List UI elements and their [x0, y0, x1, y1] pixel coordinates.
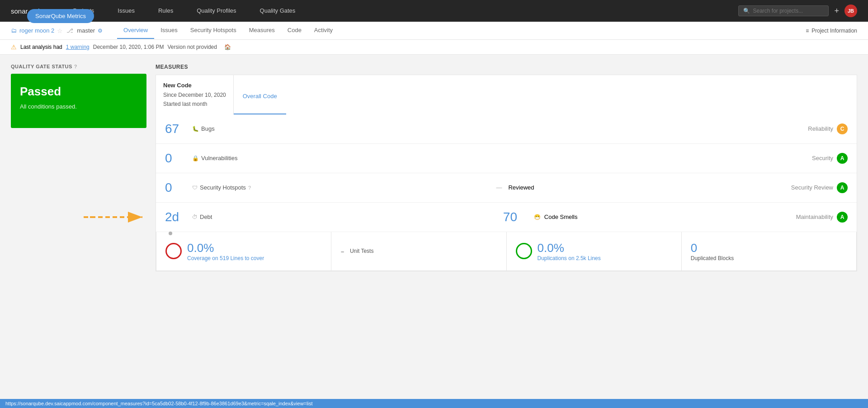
coverage-cell: 0.0% Coverage on 519 Lines to cover: [156, 232, 331, 270]
debt-label-text: Debt: [200, 213, 212, 220]
duplications-circle: [516, 243, 532, 259]
project-info-label: Project Information: [811, 28, 857, 34]
list-icon: ≡: [806, 28, 809, 34]
tab-security-hotspots[interactable]: Security Hotspots: [184, 22, 243, 39]
sonarqube-metrics-button[interactable]: SonarQube Metrics: [27, 9, 94, 23]
reviewed-label: Reviewed: [508, 184, 534, 191]
vulnerabilities-icon: 🔒: [192, 155, 199, 161]
project-name[interactable]: roger moon 2: [19, 27, 54, 34]
maintainability-grade: A: [837, 212, 848, 223]
project-icon: 🗂: [11, 27, 17, 34]
quality-gate-label: QUALITY GATE STATUS: [11, 64, 72, 69]
passed-box: Passed All conditions passed.: [11, 74, 146, 128]
breadcrumb-separator: ⎇: [66, 27, 73, 34]
coverage-label-text: Coverage on: [187, 255, 218, 261]
bugs-icon: 🐛: [192, 126, 199, 132]
duplications-cell: 0.0% Duplications on 2.5k Lines: [507, 232, 682, 270]
measures-panel: MEASURES New Code Since December 10, 202…: [156, 64, 857, 271]
passed-title: Passed: [20, 85, 137, 99]
passed-subtitle: All conditions passed.: [20, 103, 137, 110]
nav-issues[interactable]: Issues: [111, 3, 141, 19]
search-box[interactable]: 🔍: [738, 5, 829, 16]
reviewed-dash: —: [496, 184, 502, 191]
bugs-right: Reliability C: [808, 123, 848, 134]
home-icon[interactable]: 🏠: [224, 44, 231, 50]
add-button[interactable]: +: [834, 6, 839, 16]
duplications-label-text: Duplications on: [538, 255, 575, 261]
measures-title: MEASURES: [156, 64, 857, 70]
search-icon: 🔍: [743, 8, 750, 14]
hotspots-value[interactable]: 0: [165, 180, 192, 195]
branch-settings-icon[interactable]: ⚙: [98, 28, 103, 34]
nav-rules[interactable]: Rules: [152, 3, 179, 19]
tab-issues[interactable]: Issues: [154, 22, 184, 39]
duplications-value[interactable]: 0.0%: [538, 241, 601, 255]
hotspots-label-text: Security Hotspots: [200, 184, 246, 191]
tab-activity[interactable]: Activity: [308, 22, 339, 39]
security-label: Security: [812, 155, 833, 161]
overall-code-tab[interactable]: Overall Code: [234, 75, 286, 114]
quality-gate-help-icon[interactable]: ?: [74, 64, 77, 69]
quality-gate-panel: QUALITY GATE STATUS ? Passed All conditi…: [11, 64, 146, 271]
vulnerabilities-label: 🔒 Vulnerabilities: [192, 155, 812, 161]
unit-tests-label: Unit Tests: [350, 248, 373, 254]
bugs-value[interactable]: 67: [165, 122, 192, 136]
debt-label: ⏱ Debt: [192, 213, 485, 220]
dup-blocks-value[interactable]: 0: [691, 241, 734, 255]
security-review-grade: A: [837, 182, 848, 193]
new-code-box: New Code Since December 10, 2020 Started…: [156, 75, 234, 114]
overall-code-tab-area: Overall Code: [234, 75, 286, 114]
reliability-label: Reliability: [808, 125, 833, 132]
vulnerabilities-right: Security A: [812, 153, 848, 164]
top-nav: Projects Issues Rules Quality Profiles Q…: [66, 3, 302, 19]
security-grade: A: [837, 153, 848, 164]
tab-code[interactable]: Code: [281, 22, 308, 39]
project-info-link[interactable]: ≡ Project Information: [806, 28, 857, 34]
bugs-label: 🐛 Bugs: [192, 125, 808, 132]
duplications-lines-suffix: Lines: [588, 255, 601, 261]
maintainability-label: Maintainability: [796, 213, 833, 220]
debt-value[interactable]: 2d: [165, 210, 192, 224]
duplications-label: Duplications on 2.5k Lines: [538, 255, 601, 261]
top-right: 🔍 + JB: [738, 5, 857, 17]
nav-quality-gates[interactable]: Quality Gates: [254, 3, 302, 19]
warning-date: December 10, 2020, 1:06 PM: [93, 44, 164, 50]
new-code-label[interactable]: New Code: [163, 81, 226, 90]
duplications-info: 0.0% Duplications on 2.5k Lines: [538, 241, 601, 261]
coverage-lines[interactable]: 519: [220, 255, 229, 261]
hotspots-help-icon[interactable]: ?: [248, 185, 251, 190]
warning-bar: ⚠ Last analysis had 1 warning December 1…: [0, 40, 868, 55]
tab-measures[interactable]: Measures: [243, 22, 281, 39]
dup-blocks-label: Duplicated Blocks: [691, 255, 734, 261]
new-code-since: Since December 10, 2020: [163, 90, 226, 100]
hotspots-label: 🛡 Security Hotspots ?: [192, 184, 487, 191]
code-smells-label-text: Code Smells: [544, 213, 578, 220]
page-tabs: Overview Issues Security Hotspots Measur…: [117, 22, 339, 39]
dup-blocks-cell: 0 Duplicated Blocks: [682, 232, 856, 270]
unit-tests-cell: - Unit Tests: [331, 232, 506, 270]
coverage-value[interactable]: 0.0%: [187, 241, 264, 255]
new-code-started: Started last month: [163, 100, 226, 109]
nav-quality-profiles[interactable]: Quality Profiles: [190, 3, 242, 19]
vulnerabilities-label-text: Vulnerabilities: [201, 155, 237, 161]
cursor-dot: [169, 232, 172, 235]
coverage-circle: [165, 243, 182, 259]
coverage-info: 0.0% Coverage on 519 Lines to cover: [187, 241, 264, 261]
reliability-grade: C: [837, 123, 848, 134]
tab-overview[interactable]: Overview: [117, 22, 154, 39]
code-smells-value[interactable]: 70: [503, 210, 530, 224]
search-input[interactable]: [753, 8, 824, 14]
star-icon[interactable]: ☆: [57, 27, 63, 34]
vulnerabilities-value[interactable]: 0: [165, 151, 192, 166]
coverage-label: Coverage on 519 Lines to cover: [187, 255, 264, 261]
hotspots-icon: 🛡: [192, 185, 198, 191]
quality-gate-title: QUALITY GATE STATUS ?: [11, 64, 146, 69]
top-navbar: sonarqube 〜 Projects Issues Rules Qualit…: [0, 0, 868, 22]
hotspots-right: Security Review A: [791, 182, 848, 193]
code-smells-section: 70 😷 Code Smells: [503, 210, 796, 224]
duplications-lines[interactable]: 2.5k: [576, 255, 586, 261]
warning-prefix: Last analysis had: [20, 44, 62, 50]
breadcrumb: 🗂 roger moon 2 ☆ ⎇ master ⚙: [11, 27, 103, 34]
warning-link[interactable]: 1 warning: [66, 44, 90, 50]
measures-wrapper: New Code Since December 10, 2020 Started…: [156, 75, 857, 271]
